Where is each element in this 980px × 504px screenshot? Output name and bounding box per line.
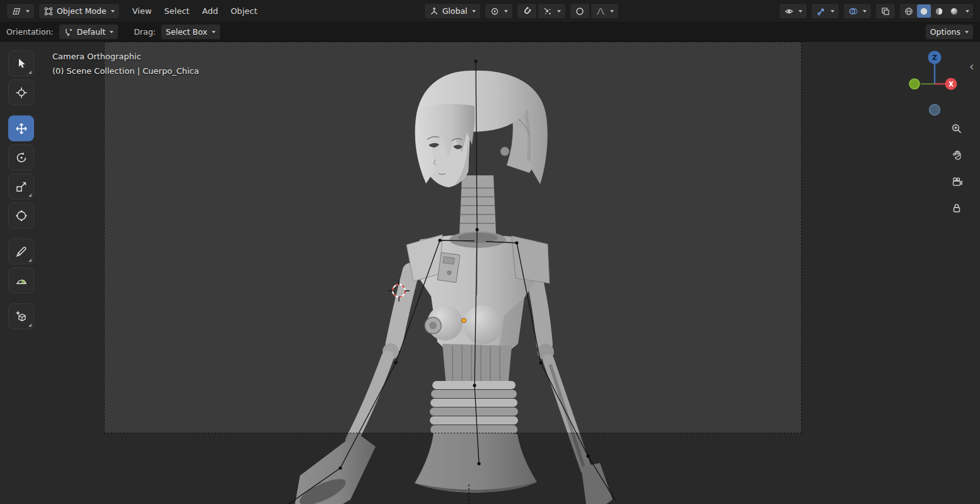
chevron-down-icon: [111, 10, 115, 13]
menu-add[interactable]: Add: [196, 4, 224, 18]
snap-settings-dropdown[interactable]: [538, 3, 566, 19]
transform-gizmo-icon: [14, 209, 28, 223]
scene-canvas[interactable]: [0, 42, 980, 504]
shading-mode-group: [899, 3, 974, 19]
lock-icon: [951, 202, 962, 214]
robot-girl-model[interactable]: [295, 71, 613, 504]
header-center-group: Global: [424, 3, 619, 19]
xray-icon: [880, 6, 891, 16]
subtool-indicator: [28, 259, 32, 262]
drag-label: Drag:: [134, 27, 156, 37]
shading-material-button[interactable]: [932, 4, 946, 18]
options-dropdown[interactable]: Options: [925, 24, 974, 40]
menu-select[interactable]: Select: [158, 4, 196, 18]
mode-label: Object Mode: [57, 6, 107, 16]
orientation-default-dropdown[interactable]: Default: [59, 24, 119, 40]
falloff-dropdown[interactable]: [591, 3, 619, 19]
add-cube-icon: [14, 310, 28, 324]
header-right-group: [779, 3, 974, 19]
xray-toggle[interactable]: [875, 3, 896, 19]
editor-type-button[interactable]: [6, 3, 35, 19]
viewport-3d[interactable]: Camera Orthographic (0) Scene Collection…: [0, 42, 980, 504]
zoom-button[interactable]: [947, 119, 967, 139]
axis-negz-ball[interactable]: [930, 105, 940, 115]
annotate-pen-icon: [14, 245, 28, 259]
tool-cursor[interactable]: [8, 79, 34, 105]
snap-group: [517, 3, 566, 19]
orientation-global-label: Global: [442, 6, 468, 16]
menu-object[interactable]: Object: [224, 4, 263, 18]
tool-transform[interactable]: [8, 202, 34, 228]
sidebar-collapse-arrow[interactable]: ‹: [969, 61, 974, 73]
falloff-curve-icon: [596, 6, 606, 16]
navigation-gizmo[interactable]: Z X: [900, 48, 969, 124]
object-mode-icon: [43, 6, 54, 16]
toolbar-group-gap: [8, 231, 34, 235]
header-left-group: Object Mode View Select Add Object: [6, 3, 263, 19]
object-origin-dot[interactable]: [462, 319, 466, 323]
toolbar-group-gap: [8, 296, 34, 300]
overlays-toggle[interactable]: [843, 3, 872, 19]
solid-sphere-icon: [919, 6, 929, 16]
drag-value: Select Box: [166, 27, 207, 37]
tool-measure[interactable]: [8, 267, 34, 293]
chevron-down-icon: [26, 10, 30, 13]
proportional-editing-toggle[interactable]: [570, 3, 590, 19]
lock-view-button[interactable]: [947, 198, 967, 218]
wireframe-sphere-icon: [904, 6, 914, 16]
orientation-dropdown[interactable]: Global: [424, 3, 481, 19]
shading-rendered-button[interactable]: [947, 4, 961, 18]
chevron-down-icon: [610, 10, 614, 13]
chevron-down-icon: [212, 31, 216, 33]
chevron-down-icon: [863, 10, 867, 13]
chevron-down-icon: [966, 10, 969, 13]
chevron-down-icon: [557, 10, 561, 13]
toolbar-group-gap: [8, 108, 34, 112]
header-bar: Object Mode View Select Add Object Globa…: [0, 0, 980, 23]
view-name-text: Camera Orthographic: [52, 49, 199, 64]
select-arrow-icon: [14, 57, 28, 71]
mode-dropdown[interactable]: Object Mode: [38, 3, 120, 19]
chevron-down-icon: [504, 10, 508, 13]
subtool-indicator: [28, 194, 32, 197]
menu-view[interactable]: View: [126, 4, 158, 18]
tool-annotate[interactable]: [8, 238, 34, 264]
toolbar: [8, 50, 34, 329]
3d-cursor-icon: [14, 86, 28, 100]
tool-select-tweak[interactable]: [8, 50, 34, 76]
active-object-text: (0) Scene Collection | Cuerpo_Chica: [52, 64, 199, 78]
pivot-point-icon: [490, 6, 500, 16]
tool-rotate[interactable]: [8, 144, 34, 170]
snap-toggle[interactable]: [517, 3, 537, 19]
subtool-indicator: [28, 324, 32, 327]
hand-icon: [951, 149, 962, 161]
visibility-dropdown[interactable]: [779, 3, 807, 19]
axis-x-label: X: [948, 81, 954, 88]
shading-solid-button[interactable]: [917, 4, 931, 18]
axis-y-ball[interactable]: [909, 79, 919, 89]
shading-options-dropdown[interactable]: [962, 4, 971, 18]
menubar: View Select Add Object: [126, 4, 263, 18]
tool-scale[interactable]: [8, 173, 34, 199]
pivot-dropdown[interactable]: [485, 3, 513, 19]
tool-add-cube[interactable]: [8, 303, 34, 329]
snap-target-icon: [543, 6, 553, 16]
zoom-icon: [951, 123, 962, 134]
material-sphere-icon: [934, 6, 944, 16]
pan-button[interactable]: [947, 145, 967, 165]
global-orientation-icon: [429, 6, 439, 16]
tool-settings-bar: Orientation: Default Drag: Select Box Op…: [0, 23, 980, 42]
shading-wireframe-button[interactable]: [902, 4, 916, 18]
drag-mode-dropdown[interactable]: Select Box: [161, 24, 221, 40]
proportional-group: [570, 3, 619, 19]
orientation-default-icon: [64, 27, 74, 37]
chevron-down-icon: [472, 10, 476, 13]
camera-view-button[interactable]: [947, 172, 967, 192]
tool-move[interactable]: [8, 115, 34, 141]
scale-icon: [14, 180, 28, 194]
rendered-sphere-icon: [949, 6, 959, 16]
viewport-side-controls: [947, 119, 967, 218]
magnet-icon: [522, 6, 532, 16]
proportional-circle-icon: [575, 6, 585, 16]
gizmos-toggle[interactable]: [811, 3, 839, 19]
